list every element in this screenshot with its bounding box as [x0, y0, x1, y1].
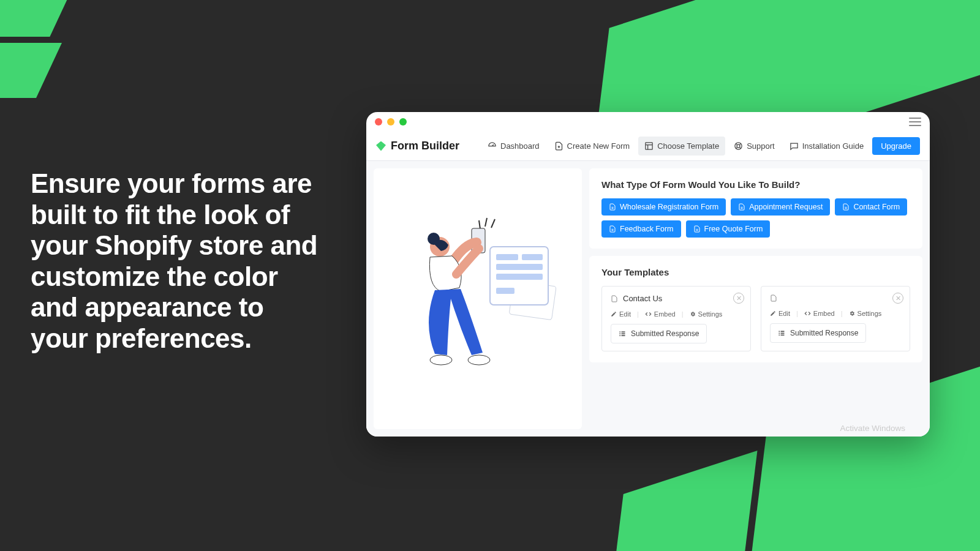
svg-line-14: [479, 220, 480, 229]
submitted-response-button[interactable]: Submitted Response: [611, 324, 707, 343]
file-icon: [693, 225, 701, 233]
nav-label: Choose Template: [657, 141, 719, 151]
file-icon: [609, 203, 616, 211]
pencil-icon: [611, 311, 617, 317]
gear-icon: [690, 311, 696, 317]
svg-rect-26: [496, 264, 543, 270]
nav-install-guide[interactable]: Installation Guide: [783, 137, 870, 156]
nav-label: Support: [747, 141, 775, 151]
templates-heading: Your Templates: [601, 267, 910, 277]
svg-rect-47: [779, 335, 780, 336]
form-type-options: Wholesale Registration Form Appointment …: [601, 198, 910, 238]
pill-label: Appointment Request: [749, 203, 823, 211]
divider: |: [682, 310, 684, 318]
form-type-contact[interactable]: Contact Form: [835, 198, 907, 216]
action-label: Settings: [698, 310, 723, 318]
template-actions: Edit | Embed | Settings: [770, 310, 901, 317]
marketing-headline: Ensure your forms are built to fit the l…: [31, 168, 318, 354]
form-type-quote[interactable]: Free Quote Form: [686, 220, 771, 238]
svg-line-9: [740, 147, 742, 149]
file-icon: [611, 294, 618, 303]
settings-action[interactable]: Settings: [690, 310, 723, 318]
nav-create-form[interactable]: Create New Form: [548, 137, 636, 156]
minimize-dot-icon[interactable]: [387, 118, 394, 126]
svg-line-13: [491, 219, 495, 228]
svg-rect-45: [779, 331, 780, 332]
svg-rect-42: [622, 332, 625, 333]
template-title-row: [770, 294, 901, 302]
embed-action[interactable]: Embed: [804, 310, 835, 317]
close-icon[interactable]: ✕: [892, 293, 903, 304]
person-phone-illustration: [398, 207, 557, 391]
close-icon[interactable]: ✕: [733, 293, 744, 304]
form-type-heading: What Type Of Form Would You Like To Buil…: [601, 179, 910, 190]
svg-rect-39: [620, 332, 621, 333]
template-title-row: Contact Us: [611, 294, 742, 303]
code-icon: [645, 311, 652, 317]
edit-action[interactable]: Edit: [611, 310, 631, 318]
form-type-feedback[interactable]: Feedback Form: [601, 220, 681, 238]
pencil-icon: [770, 310, 776, 317]
svg-point-19: [468, 355, 490, 365]
action-label: Embed: [813, 310, 835, 317]
pill-label: Feedback Form: [620, 225, 674, 233]
nav-label: Create New Form: [567, 141, 630, 151]
gear-icon: [849, 310, 855, 317]
template-title: Contact Us: [623, 294, 662, 303]
edit-action[interactable]: Edit: [770, 310, 790, 317]
divider: |: [841, 310, 843, 317]
svg-line-12: [485, 218, 487, 227]
pill-label: Contact Form: [853, 203, 900, 211]
settings-action[interactable]: Settings: [849, 310, 882, 317]
svg-line-11: [740, 143, 742, 145]
browser-mockup: Form Builder Dashboard Create New Form C…: [366, 112, 930, 437]
form-type-appointment[interactable]: Appointment Request: [731, 198, 830, 216]
upgrade-button[interactable]: Upgrade: [872, 137, 920, 155]
action-label: Settings: [858, 310, 882, 317]
action-label: Embed: [654, 310, 676, 318]
template-card: ✕ Contact Us Edit |: [601, 286, 751, 351]
svg-rect-46: [779, 333, 780, 334]
nav-dashboard[interactable]: Dashboard: [481, 137, 546, 156]
watermark-text: Activate Windows: [840, 424, 905, 433]
main-panel: What Type Of Form Would You Like To Buil…: [589, 168, 922, 429]
template-icon: [644, 141, 654, 151]
form-type-wholesale[interactable]: Wholesale Registration Form: [601, 198, 726, 216]
decor-shape: [0, 0, 73, 37]
svg-rect-40: [620, 334, 621, 335]
pill-label: Wholesale Registration Form: [620, 203, 718, 211]
svg-rect-25: [522, 254, 543, 260]
file-icon: [738, 203, 745, 211]
close-dot-icon[interactable]: [375, 118, 382, 126]
decor-shape: [0, 43, 62, 98]
embed-action[interactable]: Embed: [645, 310, 676, 318]
nav-choose-template[interactable]: Choose Template: [638, 137, 725, 156]
action-label: Edit: [619, 310, 631, 318]
traffic-lights: [375, 118, 407, 126]
brand[interactable]: Form Builder: [376, 140, 459, 152]
svg-rect-41: [620, 335, 621, 337]
divider: |: [796, 310, 798, 317]
svg-line-8: [736, 143, 737, 145]
brand-logo-icon: [376, 141, 386, 151]
list-icon: [619, 330, 626, 337]
code-icon: [804, 310, 811, 317]
template-actions: Edit | Embed | Settings: [611, 310, 742, 318]
svg-rect-28: [496, 288, 514, 294]
svg-rect-27: [496, 274, 543, 280]
hamburger-menu-icon[interactable]: [909, 118, 921, 126]
svg-rect-24: [496, 254, 518, 260]
templates-card: Your Templates ✕ Contact Us Edit: [589, 256, 922, 362]
top-nav: Form Builder Dashboard Create New Form C…: [366, 132, 930, 161]
button-label: Submitted Response: [790, 329, 858, 337]
titlebar: [366, 112, 930, 132]
nav-support[interactable]: Support: [728, 137, 781, 156]
file-plus-icon: [554, 141, 564, 151]
file-icon: [609, 225, 616, 233]
maximize-dot-icon[interactable]: [399, 118, 407, 126]
form-type-card: What Type Of Form Would You Like To Buil…: [589, 168, 922, 249]
lifebuoy-icon: [734, 141, 743, 151]
svg-rect-50: [781, 335, 785, 336]
submitted-response-button[interactable]: Submitted Response: [770, 323, 866, 343]
illustration-panel: [374, 168, 582, 429]
